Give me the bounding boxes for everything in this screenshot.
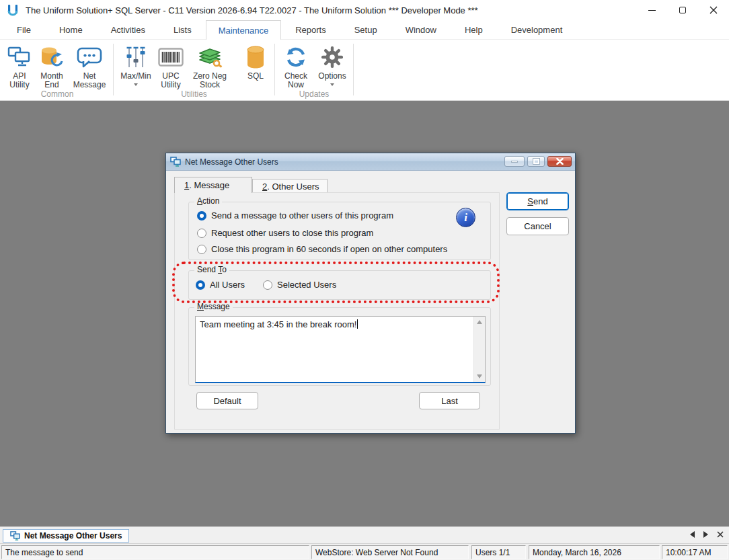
dropdown-caret-icon: [330, 83, 334, 86]
dialog-title: Net Message Other Users: [185, 157, 278, 167]
close-button[interactable]: [698, 0, 729, 20]
net-message-dialog: Net Message Other Users 1. Message 2. Ot…: [165, 153, 576, 434]
close-icon: [556, 158, 564, 165]
tab-close-icon[interactable]: [717, 531, 724, 538]
tab-scroll-left-icon[interactable]: [690, 531, 695, 538]
dialog-tab-other-users[interactable]: 2. Other Users: [252, 179, 328, 193]
dialog-monitors-icon: [170, 157, 181, 167]
restore-icon: [533, 159, 539, 164]
tab-lists[interactable]: Lists: [159, 20, 206, 39]
ribbon-item-zero-neg-stock[interactable]: Zero Neg Stock: [186, 42, 233, 89]
radio-option-all-users[interactable]: All Users: [196, 280, 245, 290]
minimize-icon: [648, 10, 656, 11]
message-groupbox: Message Team meeting at 3:45 in the brea…: [188, 307, 491, 386]
ribbon-item-check-now[interactable]: Check Now: [278, 42, 314, 89]
ribbon-group-label-updates: Updates: [278, 89, 350, 99]
zero-neg-stock-icon: [197, 44, 223, 71]
window-tab-label: Net Message Other Users: [24, 531, 122, 541]
radio-unselected-icon[interactable]: [263, 280, 272, 290]
max-min-icon: [125, 44, 147, 71]
status-date-panel: Monday, March 16, 2026: [529, 545, 660, 559]
tab-reports[interactable]: Reports: [281, 20, 340, 39]
minimize-button[interactable]: [636, 0, 667, 20]
scroll-up-icon[interactable]: [477, 320, 482, 324]
tab-setup[interactable]: Setup: [340, 20, 391, 39]
scroll-down-icon[interactable]: [477, 374, 482, 378]
tab-window[interactable]: Window: [391, 20, 451, 39]
close-icon: [709, 6, 718, 14]
radio-unselected-icon[interactable]: [197, 229, 206, 238]
status-bar: The message to send WebStore: Web Server…: [0, 543, 729, 560]
radio-option-selected-users[interactable]: Selected Users: [263, 280, 336, 290]
message-group-label: Message: [194, 302, 233, 312]
tab-help[interactable]: Help: [451, 20, 497, 39]
app-logo-icon: [7, 4, 19, 16]
action-groupbox: Action Send a message to other users of …: [188, 202, 491, 260]
minimize-icon: [511, 161, 518, 163]
scrollbar[interactable]: [473, 317, 485, 382]
tab-maintenance[interactable]: Maintenance: [206, 20, 281, 40]
api-utility-icon: [7, 44, 32, 71]
tab-scroll-right-icon[interactable]: [703, 531, 708, 538]
ribbon-item-api-utility[interactable]: API Utility: [4, 42, 35, 89]
ribbon-item-sql[interactable]: SQL: [239, 42, 272, 81]
status-webstore-panel: WebStore: Web Server Not Found: [311, 545, 469, 559]
ribbon-item-max-min[interactable]: Max/Min: [116, 42, 155, 86]
net-message-icon: [77, 44, 102, 71]
action-group-label: Action: [194, 196, 222, 206]
ribbon-group-label-common: Common: [4, 89, 110, 99]
tab-file[interactable]: File: [3, 20, 45, 39]
dialog-tab-message[interactable]: 1. Message: [174, 177, 252, 193]
maximize-button[interactable]: [667, 0, 698, 20]
radio-label: Close this program in 60 seconds if open…: [211, 244, 447, 254]
month-end-icon: [40, 44, 64, 71]
ribbon-group-common: API Utility Month End Net Message Common: [4, 42, 110, 99]
dialog-titlebar[interactable]: Net Message Other Users: [166, 153, 575, 171]
radio-label: All Users: [210, 280, 245, 290]
info-icon[interactable]: i: [456, 208, 475, 227]
dialog-client-area: 1. Message 2. Other Users Action Send a …: [166, 171, 575, 433]
dialog-close-button[interactable]: [547, 156, 572, 167]
ribbon-item-net-message[interactable]: Net Message: [69, 42, 110, 89]
ribbon-item-upc-utility[interactable]: UPC Utility: [155, 42, 186, 89]
radio-option-force-close[interactable]: Close this program in 60 seconds if open…: [197, 244, 447, 254]
tab-development[interactable]: Development: [497, 20, 577, 39]
radio-label: Send a message to other users of this pr…: [211, 210, 393, 221]
radio-option-send-message[interactable]: Send a message to other users of this pr…: [197, 210, 393, 221]
send-to-group-label: Send To: [194, 265, 229, 275]
window-tab-net-message[interactable]: Net Message Other Users: [3, 529, 129, 543]
message-tab-panel: Action Send a message to other users of …: [174, 192, 500, 430]
send-button[interactable]: Send: [506, 192, 569, 210]
send-to-groupbox: Send To All Users Selected Users: [188, 270, 491, 300]
ribbon-separator: [274, 44, 275, 95]
ribbon-item-options[interactable]: Options: [314, 42, 350, 86]
sql-icon: [245, 44, 266, 71]
options-gear-icon: [321, 44, 344, 71]
dialog-minimize-button[interactable]: [504, 156, 525, 167]
app-window: The Uniform Solution+ SQL Server - C11 V…: [0, 0, 729, 560]
message-textarea[interactable]: Team meeting at 3:45 in the break room!: [195, 316, 486, 383]
dialog-restore-button[interactable]: [527, 156, 545, 167]
tab-activities[interactable]: Activities: [97, 20, 159, 39]
status-users-panel: Users 1/1: [471, 545, 526, 559]
check-now-icon: [284, 44, 307, 71]
status-message-panel: The message to send: [1, 545, 309, 559]
radio-label: Selected Users: [277, 280, 336, 290]
radio-selected-icon[interactable]: [196, 280, 205, 290]
radio-selected-icon[interactable]: [197, 211, 206, 221]
ribbon-tab-bar: File Home Activities Lists Maintenance R…: [0, 20, 729, 40]
message-text: Team meeting at 3:45 in the break room!: [196, 317, 473, 382]
status-time-panel: 10:00:17 AM: [662, 545, 728, 559]
window-tab-bar: Net Message Other Users: [0, 526, 729, 543]
radio-option-request-close[interactable]: Request other users to close this progra…: [197, 228, 373, 238]
upc-utility-icon: [158, 44, 184, 71]
default-button[interactable]: Default: [196, 392, 258, 409]
last-button[interactable]: Last: [419, 392, 480, 409]
ribbon-separator: [113, 44, 114, 95]
tab-home[interactable]: Home: [45, 20, 97, 39]
radio-label: Request other users to close this progra…: [211, 228, 373, 238]
radio-unselected-icon[interactable]: [197, 245, 206, 254]
ribbon-item-month-end[interactable]: Month End: [35, 42, 69, 89]
ribbon-group-updates: Check Now Options Updates: [278, 42, 350, 99]
cancel-button[interactable]: Cancel: [506, 217, 569, 235]
